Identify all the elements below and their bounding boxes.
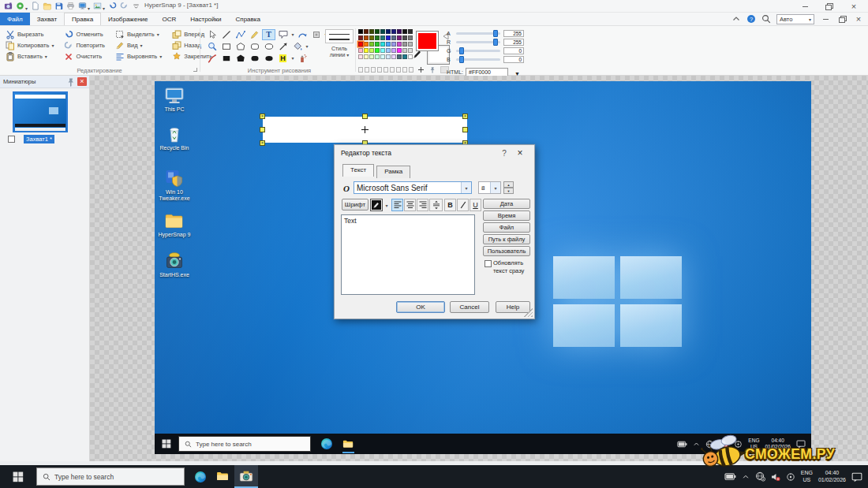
thumbnail-label[interactable]: Захват1 * <box>24 135 54 143</box>
palette-swatch[interactable] <box>358 35 363 40</box>
insert-button-0[interactable]: Дата <box>483 199 530 209</box>
ribbon-button-view[interactable]: Вид <box>114 40 163 50</box>
align-right-button[interactable] <box>417 199 428 211</box>
palette-swatch[interactable] <box>397 54 402 59</box>
ok-button[interactable]: OK <box>396 301 445 313</box>
tool-polygon[interactable] <box>234 41 247 52</box>
handle-e[interactable] <box>462 127 468 132</box>
thumbnail-checkbox[interactable] <box>8 136 15 143</box>
palette-swatch[interactable] <box>369 35 374 40</box>
palette-swatch[interactable] <box>369 42 374 47</box>
custom-color-slot[interactable] <box>371 67 376 72</box>
qat-redo-icon[interactable] <box>120 2 129 10</box>
slider-thumb[interactable] <box>493 30 498 37</box>
custom-color-slot[interactable] <box>383 67 388 72</box>
tool-fill[interactable] <box>290 41 304 52</box>
custom-color-slot[interactable] <box>390 67 395 72</box>
palette-swatch[interactable] <box>386 29 391 34</box>
palette-swatch[interactable] <box>397 29 402 34</box>
ribbon-button-copy[interactable]: Копировать <box>5 40 54 50</box>
palette-swatch[interactable] <box>364 54 369 59</box>
qat-print-icon[interactable] <box>66 2 75 10</box>
line-spacing-button[interactable] <box>429 199 443 211</box>
palette-swatch[interactable] <box>408 29 413 34</box>
qat-save-icon[interactable] <box>54 2 63 10</box>
palette-swatch[interactable] <box>391 42 396 47</box>
palette-swatch[interactable] <box>402 42 407 47</box>
font-size-spinner[interactable] <box>503 181 514 194</box>
custom-color-slot[interactable] <box>402 67 407 72</box>
tool-rect-filled[interactable] <box>219 53 233 64</box>
bold-button[interactable]: B <box>444 199 456 211</box>
child-minimize-button[interactable] <box>820 14 831 24</box>
spinner-up-icon[interactable] <box>503 181 514 188</box>
tool-highlight[interactable]: H <box>276 53 290 64</box>
palette-swatch[interactable] <box>386 54 391 59</box>
panel-close-button[interactable] <box>77 77 87 86</box>
tool-polygon-filled[interactable] <box>234 53 247 64</box>
palette-swatch[interactable] <box>380 35 385 40</box>
taskbar-search-box[interactable]: Type here to search <box>36 468 185 486</box>
start-button[interactable] <box>0 465 36 488</box>
align-left-button[interactable] <box>391 199 403 211</box>
tool-line[interactable] <box>219 29 233 40</box>
palette-swatch[interactable] <box>402 29 407 34</box>
ribbon-button-undo[interactable]: Отменить <box>63 29 106 39</box>
menu-item-2[interactable]: Правка <box>64 13 101 25</box>
zoom-select[interactable]: Авто <box>776 14 814 24</box>
palette-swatch[interactable] <box>397 42 402 47</box>
foreground-color-swatch[interactable] <box>416 31 439 51</box>
eyedropper-icon[interactable] <box>413 50 422 59</box>
align-center-button[interactable] <box>404 199 416 211</box>
chevron-down-icon[interactable] <box>305 44 309 49</box>
palette-swatch[interactable] <box>375 54 380 59</box>
tool-stamp[interactable] <box>309 29 323 40</box>
help-icon[interactable]: ? <box>746 14 756 24</box>
text-input-area[interactable]: Text <box>341 214 475 295</box>
pin-color-icon[interactable] <box>428 66 436 73</box>
close-button[interactable] <box>847 2 860 11</box>
selected-text-object[interactable] <box>263 117 467 143</box>
line-style-control[interactable]: Стиль линии <box>324 29 355 59</box>
palette-swatch[interactable] <box>375 35 380 40</box>
font-button[interactable]: Шрифт <box>342 199 369 210</box>
font-family-select[interactable]: Microsoft Sans Serif <box>354 181 472 194</box>
underline-button[interactable]: U <box>470 199 481 211</box>
palette-swatch[interactable] <box>364 35 369 40</box>
ribbon-button-cut[interactable]: Вырезать <box>5 29 54 39</box>
qat-record-icon[interactable] <box>16 0 28 13</box>
channel-value[interactable]: 0 <box>503 47 524 54</box>
palette-swatch[interactable] <box>408 42 413 47</box>
menu-item-6[interactable]: Справка <box>229 13 268 25</box>
tool-spray[interactable] <box>295 53 309 64</box>
palette-swatch[interactable] <box>369 54 374 59</box>
palette-swatch[interactable] <box>391 29 396 34</box>
palette-swatch[interactable] <box>391 48 396 53</box>
palette-swatch[interactable] <box>380 42 385 47</box>
palette-swatch[interactable] <box>408 35 413 40</box>
handle-ne[interactable] <box>462 114 468 119</box>
channel-slider[interactable] <box>456 58 500 61</box>
minimize-button[interactable] <box>799 2 811 11</box>
palette-swatch[interactable] <box>386 35 391 40</box>
text-color-button[interactable] <box>370 199 383 211</box>
custom-color-slot[interactable] <box>409 67 413 72</box>
search-icon[interactable] <box>761 14 771 24</box>
menu-item-5[interactable]: Настройки <box>183 13 228 25</box>
tool-curve[interactable] <box>234 29 247 40</box>
ribbon-button-paste[interactable]: Вставить <box>5 51 54 61</box>
pin-icon[interactable] <box>65 77 75 87</box>
qat-open-icon[interactable] <box>43 2 51 10</box>
qat-app-icon[interactable] <box>4 2 13 10</box>
tool-text[interactable]: T <box>262 29 275 40</box>
tool-arrow[interactable] <box>276 41 290 52</box>
thumbnail-capture1[interactable] <box>13 91 68 132</box>
insert-button-3[interactable]: Путь к файлу <box>483 234 530 244</box>
palette-swatch[interactable] <box>397 35 402 40</box>
insert-button-1[interactable]: Время <box>483 210 530 221</box>
ribbon-button-align[interactable]: Выровнять <box>114 51 163 61</box>
palette-swatch[interactable] <box>402 48 407 53</box>
slider-thumb[interactable] <box>493 39 498 46</box>
qat-new-doc-icon[interactable] <box>31 2 39 10</box>
palette-swatch[interactable] <box>358 29 363 34</box>
